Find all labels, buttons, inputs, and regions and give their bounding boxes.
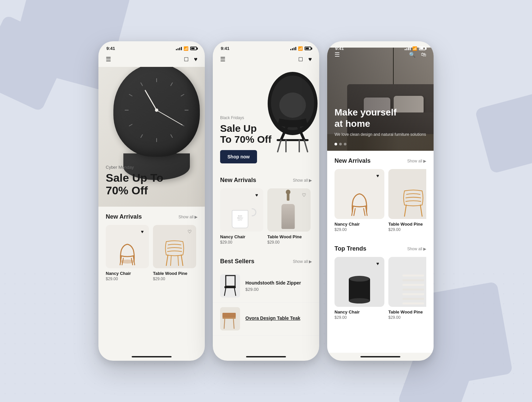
svg-line-10 xyxy=(304,140,308,152)
chevron-right-na-2: ▶ xyxy=(309,178,312,183)
menu-icon-2[interactable]: ☰ xyxy=(220,56,225,63)
product-price-wood-1: $29.00 xyxy=(153,277,196,281)
show-all-tt[interactable]: Show all ▶ xyxy=(407,247,426,251)
hero-dot-active-3 xyxy=(334,143,337,145)
hero-1-text: Cyber Monday Sale Up To70% Off xyxy=(106,165,163,197)
bestseller-price-1: $29.00 xyxy=(245,287,312,292)
hero-2-content: Black Fridays Sale UpTo 70% Off Shop now xyxy=(220,115,271,163)
product-price-vase: $29.00 xyxy=(267,240,311,245)
product-price-mug: $29.00 xyxy=(220,240,263,245)
svg-rect-11 xyxy=(226,276,235,286)
new-arrivals-title-1: New Arrivals xyxy=(106,213,142,220)
vase-body xyxy=(282,204,295,229)
heart-btn-nancy-3[interactable]: ♥ xyxy=(374,172,382,180)
bestseller-item-1[interactable]: Houndstooth Side Zipper $29.00 xyxy=(213,270,319,302)
new-arrivals-section-1: New Arrivals Show all ▶ ♥ xyxy=(98,207,205,281)
svg-rect-23 xyxy=(403,275,424,277)
products-row-2: ♥ BARMENUCITY Nancy Chair $29.00 xyxy=(220,188,312,245)
bestseller-item-2[interactable]: Ovora Design Table Teak xyxy=(213,302,319,335)
vase-rope xyxy=(287,191,290,201)
heart-btn-trend-1[interactable]: ♥ xyxy=(374,260,382,268)
product-card-nancy-1: ♥ Nancy Cha xyxy=(106,225,149,281)
svg-line-18 xyxy=(233,319,234,328)
bag-icon-3[interactable]: 🛍 xyxy=(421,52,426,58)
wifi-icon-2: 📶 xyxy=(298,46,303,51)
clock-tick xyxy=(140,82,143,86)
clock-tick xyxy=(156,78,157,82)
phone-3: 9:41 📶 ☰ 🔍 🛍 xyxy=(327,41,434,361)
hero-1: Cyber Monday Sale Up To70% Off xyxy=(98,67,205,207)
nav-icons-right-1: ☐ ♥ xyxy=(184,56,198,63)
product-card-nancy-3: ♥ Nancy Chair $29.00 xyxy=(334,169,384,232)
svg-rect-20 xyxy=(349,279,370,301)
svg-line-14 xyxy=(234,288,236,296)
show-all-na-3[interactable]: Show all ▶ xyxy=(407,159,426,163)
home-indicator-1 xyxy=(98,353,205,361)
products-row-3a: ♥ Nancy Chair $29.00 xyxy=(334,169,426,232)
svg-rect-26 xyxy=(403,289,424,291)
spacer-1 xyxy=(98,281,205,295)
chevron-right-icon: ▶ xyxy=(195,215,198,219)
hero-subtitle-3: We love clean design and natural furnitu… xyxy=(334,132,426,137)
signal-icon-1 xyxy=(176,47,182,50)
phone-1-scroll[interactable]: New Arrivals Show all ▶ ♥ xyxy=(98,207,205,353)
nav-bar-2: ☰ ☐ ♥ xyxy=(213,53,319,67)
chevron-right-na-3: ▶ xyxy=(423,159,426,163)
hero-dots-3 xyxy=(334,143,346,145)
home-bar-2 xyxy=(246,356,286,357)
bag-icon-2[interactable]: ☐ xyxy=(298,56,303,63)
hero-title-3: Make yourselfat home xyxy=(334,107,426,129)
phone-2-scroll[interactable]: New Arrivals Show all ▶ ♥ BARMENUCITY xyxy=(213,170,319,353)
bestseller-name-2: Ovora Design Table Teak xyxy=(245,315,312,321)
heart-icon-2[interactable]: ♥ xyxy=(308,56,312,63)
new-arrivals-section-3: New Arrivals Show all ▶ ♥ xyxy=(327,151,434,232)
heart-btn-wood-1[interactable]: ♡ xyxy=(186,228,194,236)
heart-btn-vase[interactable]: ♡ xyxy=(300,191,308,199)
search-icon-3[interactable]: 🔍 xyxy=(409,52,416,58)
clock-tick xyxy=(125,110,129,110)
product-name-nancy-1: Nancy Chair xyxy=(106,271,149,276)
home-bar-1 xyxy=(132,356,172,357)
clock-tick xyxy=(170,134,173,138)
hero-title-2: Sale UpTo 70% Off xyxy=(220,123,271,145)
bag-icon-1[interactable]: ☐ xyxy=(184,56,189,63)
product-name-mug: Nancy Chair xyxy=(220,234,263,239)
heart-btn-nancy-1[interactable]: ♥ xyxy=(138,228,146,236)
heart-icon-1[interactable]: ♥ xyxy=(194,56,198,63)
hero-3: Make yourselfat home We love clean desig… xyxy=(327,48,434,151)
svg-line-17 xyxy=(224,319,225,328)
status-time-1: 9:41 xyxy=(106,46,115,51)
heart-btn-mug[interactable]: ♥ xyxy=(253,191,261,199)
show-all-na-1[interactable]: Show all ▶ xyxy=(179,215,198,219)
home-bar-3 xyxy=(360,356,400,357)
phone-3-scroll[interactable]: New Arrivals Show all ▶ ♥ xyxy=(327,151,434,353)
spacer-3 xyxy=(327,320,434,330)
product-img-nancy-3: ♥ xyxy=(334,169,384,219)
hero-3-text-block: Make yourselfat home We love clean desig… xyxy=(334,107,426,137)
section-header-na-3: New Arrivals Show all ▶ xyxy=(334,157,426,164)
clock-hour-hand xyxy=(145,90,157,110)
product-name-trend-1: Nancy Chair xyxy=(334,309,384,314)
nancy-chair-svg-3 xyxy=(345,184,374,217)
best-sellers-title: Best Sellers xyxy=(220,258,254,265)
product-price-nancy-1: $29.00 xyxy=(106,277,149,281)
svg-point-3 xyxy=(279,93,306,118)
shop-now-button[interactable]: Shop now xyxy=(220,150,257,163)
section-header-tt: Top Trends Show all ▶ xyxy=(334,245,426,252)
clock-tick xyxy=(129,124,132,126)
top-trends-section: Top Trends Show all ▶ ♥ xyxy=(327,239,434,320)
mug-visual: BARMENUCITY xyxy=(232,205,252,228)
svg-rect-25 xyxy=(403,284,424,286)
clock-tick xyxy=(140,134,143,138)
menu-icon-3[interactable]: ☰ xyxy=(334,51,340,58)
product-img-mug: ♥ BARMENUCITY xyxy=(220,188,263,232)
show-all-na-2[interactable]: Show all ▶ xyxy=(293,178,312,183)
menu-icon-1[interactable]: ☰ xyxy=(106,56,111,63)
clock-min-hand xyxy=(157,110,183,125)
clock-tick xyxy=(156,138,157,142)
hero-dot-2-3 xyxy=(339,143,342,145)
clock-face xyxy=(118,69,195,152)
section-header-na-1: New Arrivals Show all ▶ xyxy=(106,213,198,220)
show-all-bs[interactable]: Show all ▶ xyxy=(293,259,312,264)
clock-tick xyxy=(181,94,184,97)
